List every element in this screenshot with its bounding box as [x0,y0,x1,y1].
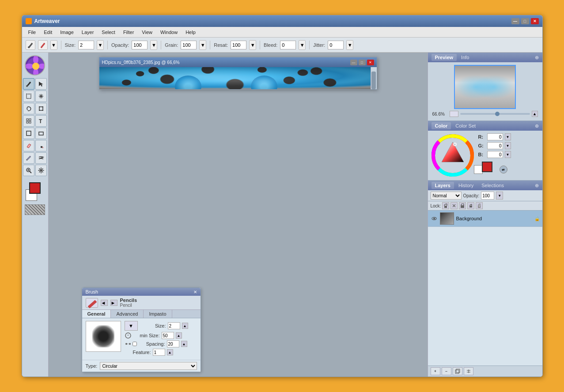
smudge-tool[interactable] [35,152,47,164]
brush-size-input[interactable] [168,322,180,329]
minimize-button[interactable]: — [511,18,519,24]
size-dropdown[interactable]: ▼ [97,40,104,50]
resat-dropdown[interactable]: ▼ [249,40,256,50]
shape-tool[interactable] [23,128,34,139]
brush-tab-general[interactable]: General [82,310,111,318]
pan-tool[interactable] [35,165,47,176]
preview-settings-icon[interactable]: ⊕ [535,55,539,60]
brush-tool-button[interactable] [26,40,35,50]
jitter-input[interactable] [328,41,344,49]
brush-tab-impasto[interactable]: Impasto [144,310,172,318]
brush-prev-button[interactable]: ◄ [101,300,108,306]
select-tool[interactable] [35,78,47,90]
eraser-tool[interactable] [23,140,34,151]
blue-arrow[interactable]: ▼ [505,151,511,158]
menu-layer[interactable]: Layer [78,29,98,36]
grain-dropdown[interactable]: ▼ [199,40,206,50]
menu-filter[interactable]: Filter [120,29,137,36]
blend-mode-select[interactable]: Normal [431,192,462,200]
opacity-arrow[interactable]: ▼ [496,192,503,200]
color-picker-icon[interactable]: ⇄ [500,166,507,173]
brush-icon-preview[interactable] [86,298,98,308]
canvas-image[interactable] [99,67,371,89]
opacity-input[interactable] [132,41,148,49]
brush-preset-button[interactable] [38,40,48,50]
red-arrow[interactable]: ▼ [505,133,511,140]
lock-lock-button[interactable] [476,202,483,209]
image-maximize-button[interactable]: □ [359,60,366,65]
layer-visibility-button[interactable] [431,215,438,222]
brush-tool[interactable] [23,78,34,90]
zoom-slider[interactable] [460,113,530,115]
grid-tool[interactable] [23,115,34,127]
foreground-color-swatch[interactable] [29,182,41,194]
menu-help[interactable]: Help [182,29,199,36]
bleed-dropdown[interactable]: ▼ [299,40,306,50]
image-close-button[interactable]: ✕ [367,60,374,65]
layers-opacity-input[interactable] [481,192,494,200]
close-button[interactable]: ✕ [531,18,539,24]
menu-edit[interactable]: Edit [40,29,56,36]
resat-input[interactable] [231,41,246,49]
text-tool[interactable]: T [35,115,47,127]
brush-feature-input[interactable] [153,349,165,356]
brush-shape-dropdown[interactable]: ▼ [125,321,138,331]
colorset-tab[interactable]: Color Set [452,122,479,129]
lock-move-button[interactable] [467,202,474,209]
brush-feature-up[interactable]: ▲ [167,349,173,355]
lasso-tool[interactable] [23,103,34,114]
maximize-button[interactable]: □ [521,18,529,24]
layers-settings-icon[interactable]: ⊕ [535,183,539,188]
green-arrow[interactable]: ▼ [505,142,511,149]
delete-layer-button[interactable]: − [442,367,451,375]
brush-dropdown[interactable]: ▼ [50,40,57,50]
merge-layers-button[interactable] [464,367,473,375]
bleed-input[interactable] [280,41,296,49]
spacing-checkbox[interactable] [132,342,137,346]
layer-item[interactable]: Background 🔒 [428,211,542,227]
brush-tab-advanced[interactable]: Advanced [111,310,144,318]
rect-select-tool[interactable] [23,90,34,102]
lock-position-button[interactable] [450,202,458,209]
info-tab[interactable]: Info [458,54,473,61]
menu-file[interactable]: File [25,29,40,36]
lock-all-button[interactable] [459,202,466,209]
image-minimize-button[interactable]: — [350,60,357,65]
brush-spacing-up[interactable]: ▲ [181,341,187,347]
green-input[interactable] [487,142,503,149]
lock-transparency-button[interactable] [442,202,449,209]
zoom-tool[interactable] [23,165,34,176]
add-layer-button[interactable]: + [431,367,440,375]
brush-next-button[interactable]: ► [110,300,117,306]
duplicate-layer-button[interactable] [453,367,462,375]
shape-tool-2[interactable] [35,128,47,139]
blue-input[interactable] [487,151,503,158]
color-tab[interactable]: Color [432,122,451,129]
brush-size-up[interactable]: ▲ [182,323,188,329]
menu-window[interactable]: Window [157,29,181,36]
jitter-dropdown[interactable]: ▼ [346,40,353,50]
fill-tool[interactable] [35,140,47,151]
menu-view[interactable]: View [138,29,156,36]
pattern-button[interactable] [25,204,45,215]
color-wheel[interactable] [431,133,475,177]
brush-spacing-input[interactable] [167,340,179,347]
zoom-arrow-up[interactable]: ▲ [532,111,538,117]
grain-input[interactable] [181,41,197,49]
vertical-scrollbar[interactable] [371,67,377,89]
history-tab[interactable]: History [455,182,477,189]
size-input[interactable] [78,41,94,49]
magic-wand-tool[interactable] [35,90,47,102]
scrollbar-thumb[interactable] [371,72,376,89]
menu-image[interactable]: Image [57,29,77,36]
menu-select[interactable]: Select [98,29,119,36]
opacity-dropdown[interactable]: ▼ [150,40,157,50]
fg-color-swatch[interactable] [482,162,492,172]
type-select[interactable]: Circular [100,362,197,370]
red-input[interactable] [487,133,503,140]
brush-minsize-input[interactable] [162,332,174,339]
color-settings-icon[interactable]: ⊕ [535,123,539,129]
brush-close-button[interactable]: ✕ [193,290,197,294]
selections-tab[interactable]: Selections [478,182,507,189]
zoom-slider-thumb[interactable] [495,112,500,116]
